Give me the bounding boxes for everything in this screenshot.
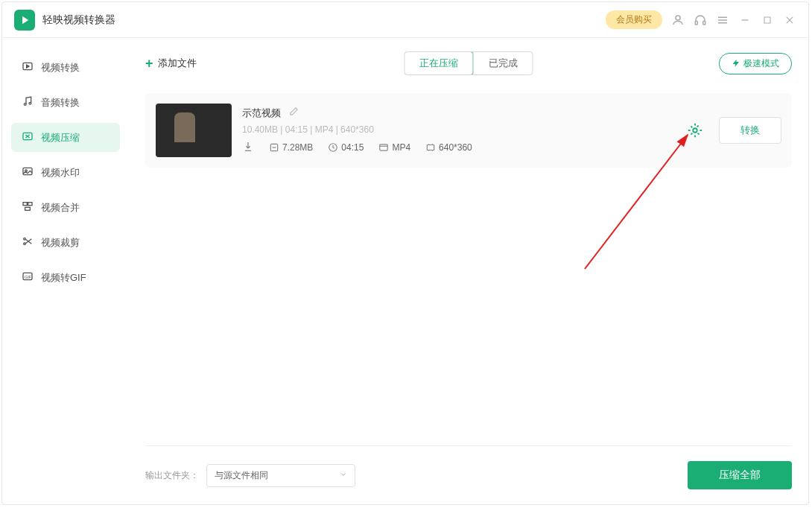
target-format: MP4 — [378, 142, 410, 153]
menu-icon[interactable] — [716, 13, 729, 27]
add-file-button[interactable]: + 添加文件 — [145, 56, 197, 72]
sidebar-item-label: 视频水印 — [41, 166, 80, 180]
watermark-icon — [22, 165, 34, 180]
arrow-down-icon — [242, 141, 254, 155]
sidebar-item-video-compress[interactable]: 视频压缩 — [11, 123, 120, 152]
headset-icon[interactable] — [694, 13, 707, 27]
target-duration: 04:15 — [328, 142, 364, 153]
gif-icon: GIF — [22, 270, 34, 285]
minimize-icon[interactable] — [738, 13, 752, 27]
convert-button[interactable]: 转换 — [719, 117, 781, 144]
sidebar-item-label: 视频压缩 — [41, 131, 80, 145]
tab-processing[interactable]: 正在压缩 — [405, 51, 474, 75]
app-title: 轻映视频转换器 — [42, 13, 115, 27]
target-resolution: 640*360 — [425, 142, 472, 153]
compress-all-button[interactable]: 压缩全部 — [688, 461, 792, 489]
svg-point-11 — [24, 104, 26, 106]
sidebar-item-label: 音频转换 — [41, 96, 80, 109]
sidebar: 视频转换 音频转换 视频压缩 视频水印 视频合并 视频裁剪 — [2, 38, 129, 504]
original-meta: 10.40MB | 04:15 | MP4 | 640*360 — [242, 124, 685, 135]
svg-rect-7 — [764, 17, 770, 23]
sidebar-item-watermark[interactable]: 视频水印 — [11, 158, 120, 187]
svg-point-19 — [24, 238, 26, 240]
tab-done[interactable]: 已完成 — [473, 52, 533, 74]
svg-rect-25 — [380, 145, 388, 150]
chevron-down-icon — [340, 470, 347, 480]
sidebar-item-label: 视频裁剪 — [41, 236, 80, 250]
merge-icon — [22, 200, 34, 215]
scissors-icon — [22, 235, 34, 250]
plus-icon: + — [145, 56, 153, 72]
video-thumbnail[interactable] — [156, 104, 232, 157]
svg-point-0 — [676, 16, 680, 20]
edit-name-icon[interactable] — [288, 107, 299, 120]
output-folder-select[interactable]: 与源文件相同 — [206, 464, 355, 487]
svg-rect-16 — [23, 203, 27, 206]
svg-rect-18 — [25, 207, 31, 210]
file-item: 示范视频 10.40MB | 04:15 | MP4 | 640*360 — [145, 93, 792, 168]
sidebar-item-label: 视频转换 — [41, 61, 80, 74]
svg-point-28 — [693, 128, 697, 133]
output-folder-value: 与源文件相同 — [215, 469, 268, 482]
sidebar-item-label: 视频合并 — [41, 201, 80, 215]
svg-point-12 — [29, 102, 31, 104]
svg-rect-27 — [427, 145, 434, 150]
svg-rect-2 — [703, 21, 705, 25]
user-icon[interactable] — [671, 13, 685, 27]
maximize-icon[interactable] — [761, 13, 774, 27]
sidebar-item-trim[interactable]: 视频裁剪 — [11, 228, 120, 257]
svg-rect-17 — [28, 203, 32, 206]
vip-purchase-button[interactable]: 会员购买 — [606, 10, 662, 29]
compress-icon — [22, 130, 34, 145]
fast-mode-button[interactable]: 极速模式 — [719, 53, 792, 74]
app-logo-icon — [14, 10, 35, 31]
svg-text:GIF: GIF — [25, 275, 32, 279]
svg-rect-1 — [695, 21, 697, 25]
sidebar-item-gif[interactable]: GIF 视频转GIF — [11, 263, 120, 292]
titlebar: 轻映视频转换器 会员购买 — [2, 2, 808, 38]
convert-icon — [22, 60, 34, 74]
settings-gear-icon[interactable] — [685, 120, 705, 141]
output-folder-label: 输出文件夹： — [145, 469, 199, 482]
mode-label: 极速模式 — [743, 57, 779, 70]
sidebar-item-video-convert[interactable]: 视频转换 — [11, 53, 120, 82]
close-icon[interactable] — [783, 13, 796, 27]
sidebar-item-audio-convert[interactable]: 音频转换 — [11, 88, 120, 117]
audio-icon — [22, 95, 34, 109]
sidebar-item-merge[interactable]: 视频合并 — [11, 193, 120, 222]
sidebar-item-label: 视频转GIF — [41, 271, 86, 285]
file-name: 示范视频 — [242, 107, 281, 120]
status-tabs: 正在压缩 已完成 — [405, 51, 533, 75]
target-size: 7.28MB — [269, 142, 313, 153]
add-file-label: 添加文件 — [158, 57, 197, 70]
svg-point-20 — [24, 243, 26, 245]
